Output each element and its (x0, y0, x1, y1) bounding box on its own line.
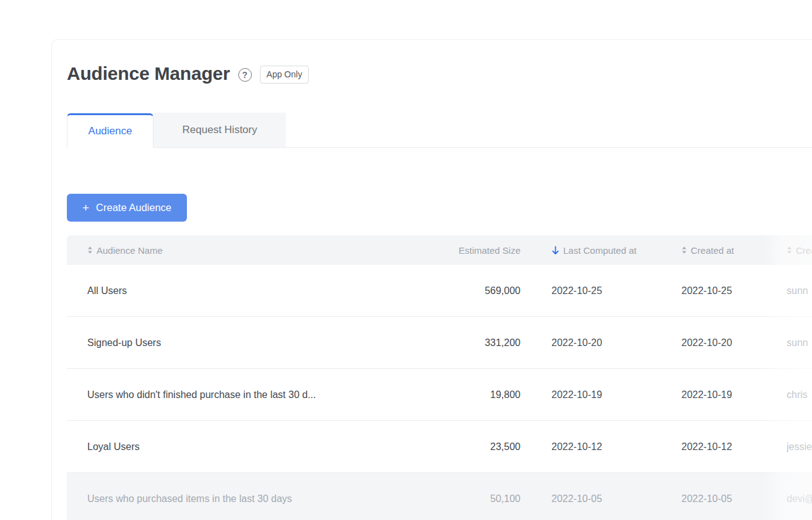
column-label: Created at (691, 245, 734, 256)
audience-manager-card: Audience Manager ? App Only Audience Req… (51, 39, 812, 520)
audience-table: Audience Name Estimated Size Last Comput… (67, 235, 812, 520)
audience-name-cell: Signed-up Users (67, 337, 376, 349)
audience-name-cell: All Users (67, 285, 376, 297)
app-only-badge: App Only (260, 66, 309, 84)
column-label: Audience Name (97, 245, 163, 256)
sort-both-icon (787, 246, 792, 254)
last-computed-cell: 2022-10-05 (520, 493, 681, 505)
estimated-size-cell: 23,500 (376, 441, 520, 453)
audience-name-cell: Users who didn't finished purchase in th… (67, 389, 376, 401)
created-at-cell: 2022-10-20 (681, 337, 787, 349)
table-row[interactable]: Users who didn't finished purchase in th… (67, 369, 812, 421)
estimated-size-cell: 569,000 (376, 285, 520, 297)
sort-desc-icon (551, 246, 559, 255)
created-by-cell: devi@ (787, 493, 812, 505)
column-header-estimated-size[interactable]: Estimated Size (376, 245, 520, 256)
audience-name-cell: Users who purchased items in the last 30… (67, 493, 376, 505)
created-by-cell: chris (787, 389, 812, 401)
table-row[interactable]: All Users 569,000 2022-10-25 2022-10-25 … (67, 265, 812, 317)
last-computed-cell: 2022-10-20 (520, 337, 681, 349)
sort-both-icon (681, 246, 687, 254)
help-icon[interactable]: ? (238, 68, 252, 82)
create-audience-label: Create Audience (96, 202, 171, 214)
column-label: Estimated Size (459, 245, 520, 256)
plus-icon: + (82, 202, 89, 214)
table-row[interactable]: Users who purchased items in the last 30… (67, 473, 812, 520)
page-header: Audience Manager ? App Only (67, 60, 812, 87)
estimated-size-cell: 331,200 (376, 337, 520, 349)
page-root: Audience Manager ? App Only Audience Req… (0, 0, 812, 520)
created-at-cell: 2022-10-19 (681, 389, 787, 401)
tab-audience[interactable]: Audience (67, 113, 153, 148)
column-label: Created by (796, 245, 812, 256)
table-header-row: Audience Name Estimated Size Last Comput… (67, 235, 812, 265)
created-by-cell: sunn (787, 285, 812, 297)
created-at-cell: 2022-10-05 (681, 493, 787, 505)
sort-both-icon (87, 246, 93, 254)
tab-bar: Audience Request History (67, 113, 812, 148)
estimated-size-cell: 19,800 (376, 389, 520, 401)
column-header-last-computed[interactable]: Last Computed at (520, 245, 681, 256)
table-row[interactable]: Loyal Users 23,500 2022-10-12 2022-10-12… (67, 421, 812, 473)
last-computed-cell: 2022-10-25 (520, 285, 681, 297)
card-content: Audience Manager ? App Only Audience Req… (52, 40, 812, 520)
column-label: Last Computed at (563, 245, 636, 256)
created-by-cell: jessie (787, 441, 812, 453)
last-computed-cell: 2022-10-12 (520, 441, 681, 453)
created-at-cell: 2022-10-25 (681, 285, 787, 297)
page-title: Audience Manager (67, 63, 230, 84)
tab-request-history[interactable]: Request History (153, 113, 286, 147)
table-row[interactable]: Signed-up Users 331,200 2022-10-20 2022-… (67, 317, 812, 369)
column-header-audience-name[interactable]: Audience Name (67, 245, 376, 256)
create-audience-button[interactable]: + Create Audience (67, 194, 187, 222)
estimated-size-cell: 50,100 (376, 493, 520, 505)
audience-name-cell: Loyal Users (67, 441, 376, 453)
column-header-created-at[interactable]: Created at (681, 245, 787, 256)
created-by-cell: sunn (787, 337, 812, 349)
created-at-cell: 2022-10-12 (681, 441, 787, 453)
last-computed-cell: 2022-10-19 (520, 389, 681, 401)
column-header-created-by[interactable]: Created by (787, 245, 812, 256)
